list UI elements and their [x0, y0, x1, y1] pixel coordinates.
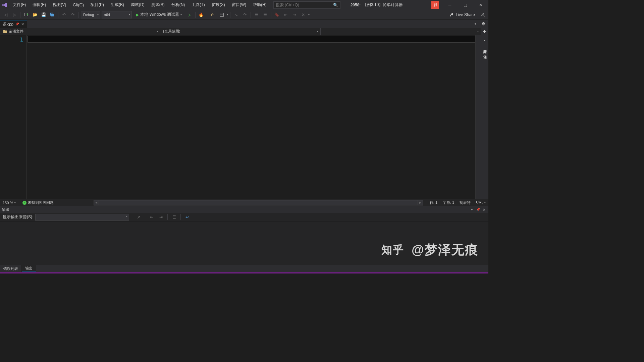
editor-gutter: 1: [0, 35, 27, 199]
bookmark-clear-icon[interactable]: ✕: [300, 11, 307, 18]
vs-logo-icon: [0, 0, 9, 10]
open-file-icon[interactable]: 📂: [31, 11, 39, 18]
output-title: 输出: [2, 207, 9, 212]
platform-dropdown[interactable]: x64: [102, 11, 132, 18]
maximize-button[interactable]: ▢: [458, 0, 473, 10]
editor-scrollbar[interactable]: [476, 35, 481, 199]
hscroll-track[interactable]: [99, 200, 418, 205]
menu-build[interactable]: 生成(B): [107, 0, 127, 10]
folder-icon: [3, 29, 7, 34]
menu-test[interactable]: 测试(S): [148, 0, 168, 10]
bookmark-prev-icon[interactable]: ⇤: [282, 11, 289, 18]
output-close-icon[interactable]: ✕: [482, 207, 486, 212]
nav-forward-icon[interactable]: ▷: [11, 11, 18, 18]
solution-explorer-tab[interactable]: 解决方案资源管理器: [482, 45, 488, 49]
zoom-dropdown[interactable]: 150 %▾: [3, 201, 16, 205]
pin-icon[interactable]: 📌: [15, 22, 19, 26]
gear-icon[interactable]: ⚙: [480, 20, 487, 27]
menu-window[interactable]: 窗口(W): [228, 0, 250, 10]
output-tab[interactable]: 输出: [22, 265, 36, 272]
svg-rect-6: [3, 31, 7, 33]
output-dropdown-icon[interactable]: ▾: [470, 207, 474, 212]
right-panel-expand-icon[interactable]: ▴: [481, 37, 488, 44]
user-badge[interactable]: 尉: [431, 1, 439, 9]
close-button[interactable]: ✕: [473, 0, 488, 10]
cursor-line-label: 行: 1: [430, 200, 437, 205]
current-line-highlight: [28, 36, 475, 43]
output-source-dropdown[interactable]: [35, 214, 129, 221]
nav-back-icon[interactable]: ◁: [2, 11, 9, 18]
editor-content[interactable]: [27, 35, 476, 199]
menu-extensions[interactable]: 扩展(X): [208, 0, 228, 10]
config-dropdown[interactable]: Debug: [81, 11, 100, 18]
menu-debug[interactable]: 调试(D): [127, 0, 148, 10]
menu-git[interactable]: Git(G): [69, 0, 87, 10]
menu-help[interactable]: 帮助(H): [250, 0, 270, 10]
document-tab[interactable]: 源.cpp 📌 ✕: [0, 20, 27, 28]
search-input[interactable]: [276, 3, 338, 7]
hot-reload-icon[interactable]: 🔥: [198, 11, 205, 18]
minimize-button[interactable]: ─: [442, 0, 458, 10]
check-circle-icon: ✓: [22, 201, 26, 205]
output-pin-icon[interactable]: 📌: [476, 207, 480, 212]
wrap-text-icon[interactable]: ↩: [183, 214, 191, 221]
menu-tools[interactable]: 工具(T): [188, 0, 208, 10]
step-into-icon[interactable]: ↘: [232, 11, 240, 18]
bookmark-next-icon[interactable]: ⇥: [291, 11, 298, 18]
lineending-label[interactable]: CRLF: [476, 200, 486, 205]
project-scope-dropdown[interactable]: 杂项文件: [0, 28, 160, 35]
issues-indicator[interactable]: ✓ 未找到相关问题: [22, 200, 54, 205]
undo-icon[interactable]: ↶: [60, 11, 68, 18]
comment-icon[interactable]: ☰: [253, 11, 260, 18]
add-source-control-button[interactable]: ↑ 添加到源代码管理 ▴: [421, 274, 455, 274]
status-ready: 就绪: [3, 273, 15, 274]
save-icon[interactable]: 💾: [40, 11, 47, 18]
hscroll-right-icon[interactable]: ▶: [418, 200, 423, 205]
search-icon: 🔍: [333, 3, 338, 7]
start-debug-button[interactable]: ▶ 本地 Windows 调试器 ▾: [133, 11, 184, 18]
indent-label[interactable]: 制表符: [460, 200, 471, 205]
error-list-tab[interactable]: 错误列表: [0, 265, 22, 272]
redo-icon[interactable]: ↷: [69, 11, 76, 18]
start-without-debug-icon[interactable]: ▷: [186, 11, 193, 18]
prev-message-icon[interactable]: ⇤: [148, 214, 155, 221]
next-message-icon[interactable]: ⇥: [157, 214, 165, 221]
tab-dropdown-icon[interactable]: ▾: [472, 20, 479, 27]
output-body[interactable]: [0, 222, 488, 265]
window-title: 2058: 【例3.10】简单计算器: [351, 2, 403, 8]
member-scope-dropdown[interactable]: [321, 28, 481, 35]
menu-file[interactable]: 文件(F): [9, 0, 29, 10]
split-editor-icon[interactable]: ✚: [481, 28, 488, 35]
menu-project[interactable]: 项目(P): [87, 0, 107, 10]
task-icon: [3, 273, 7, 274]
uncomment-icon[interactable]: ☰: [262, 11, 269, 18]
menu-analyze[interactable]: 分析(N): [168, 0, 189, 10]
class-scope-dropdown[interactable]: (全局范围): [160, 28, 321, 35]
svg-point-5: [482, 13, 483, 14]
main-menu: 文件(F) 编辑(E) 视图(V) Git(G) 项目(P) 生成(B) 调试(…: [9, 0, 270, 10]
step-over-icon[interactable]: ↷: [241, 11, 249, 18]
bookmark-icon[interactable]: 🔖: [273, 11, 281, 18]
tab-close-icon[interactable]: ✕: [21, 22, 24, 26]
save-all-icon[interactable]: [49, 11, 56, 18]
hscroll-left-icon[interactable]: ◀: [94, 200, 99, 205]
search-box[interactable]: 🔍: [273, 1, 340, 9]
clear-output-icon[interactable]: ☰: [170, 214, 178, 221]
svg-rect-3: [220, 13, 224, 16]
menu-edit[interactable]: 编辑(E): [29, 0, 49, 10]
svg-rect-2: [51, 13, 54, 16]
menu-view[interactable]: 视图(V): [49, 0, 69, 10]
live-share-button[interactable]: Live Share: [446, 12, 478, 17]
line-number: 1: [0, 35, 26, 43]
tab-title: 源.cpp: [3, 22, 13, 27]
select-repo-button[interactable]: ◈ 选择存储库 ▴: [455, 274, 481, 274]
live-share-icon: [449, 12, 454, 17]
properties-tab[interactable]: 属性: [482, 51, 488, 55]
account-icon[interactable]: [479, 11, 486, 18]
goto-message-icon[interactable]: ↗: [135, 214, 142, 221]
browse-icon[interactable]: 🗀: [209, 11, 217, 18]
new-project-icon[interactable]: [22, 11, 30, 18]
show-files-icon[interactable]: [218, 11, 225, 18]
output-source-label: 显示输出来源(S):: [3, 214, 33, 220]
svg-rect-7: [3, 30, 5, 31]
